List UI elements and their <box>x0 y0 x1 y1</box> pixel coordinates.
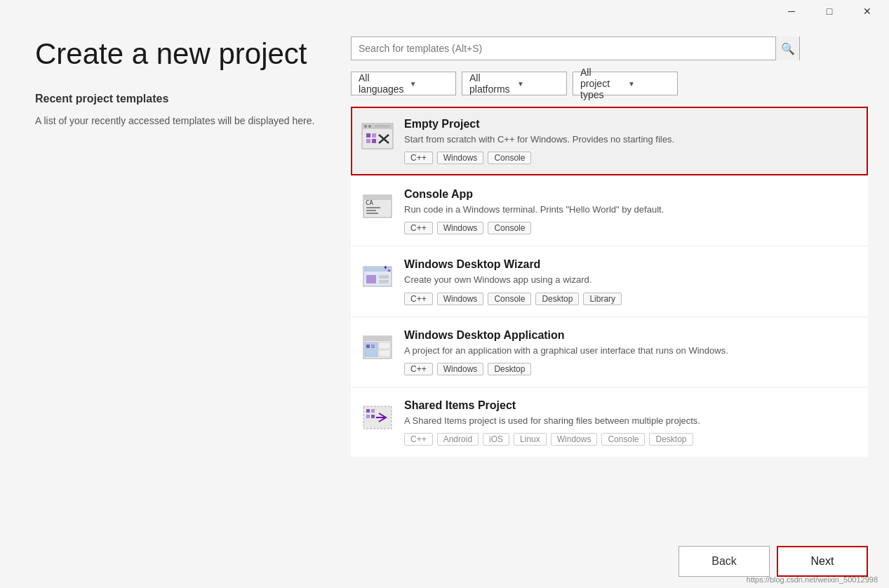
type-dropdown-arrow: ▼ <box>628 80 670 88</box>
tag-cpp: C++ <box>404 433 433 446</box>
template-console-app[interactable]: CA Console App Run code in a Windows ter… <box>351 177 868 246</box>
search-button[interactable]: 🔍 <box>775 36 799 60</box>
svg-rect-20 <box>379 275 389 279</box>
tag-cpp: C++ <box>404 152 433 164</box>
template-empty-project[interactable]: Empty Project Start from scratch with C+… <box>351 107 868 175</box>
console-app-tags: C++ Windows Console <box>404 222 858 234</box>
svg-rect-35 <box>371 415 375 418</box>
svg-rect-25 <box>363 336 392 341</box>
search-row: 🔍 <box>351 36 868 60</box>
shared-items-desc: A Shared Items project is used for shari… <box>404 415 858 427</box>
title-bar: ─ □ ✕ <box>0 0 889 22</box>
filter-row: All languages ▼ All platforms ▼ All proj… <box>351 72 868 95</box>
template-shared-items[interactable]: Shared Items Project A Shared Items proj… <box>351 388 868 457</box>
svg-rect-28 <box>379 350 390 356</box>
shared-items-tags: C++ Android iOS Linux Windows Console De… <box>404 433 858 446</box>
tag-windows: Windows <box>551 433 598 446</box>
template-windows-desktop-wizard[interactable]: ✦ ✦ Windows Desktop Wizard Create your o… <box>351 247 868 316</box>
windows-desktop-wizard-icon: ✦ ✦ <box>361 260 394 293</box>
console-app-name: Console App <box>404 188 858 201</box>
empty-project-icon <box>361 119 394 153</box>
svg-rect-27 <box>379 342 390 349</box>
page-title: Create a new project <box>35 36 316 72</box>
tag-windows: Windows <box>437 222 484 234</box>
tag-android: Android <box>437 433 479 446</box>
windows-desktop-app-name: Windows Desktop Application <box>404 329 858 342</box>
template-windows-desktop-app[interactable]: Windows Desktop Application A project fo… <box>351 318 868 387</box>
next-button[interactable]: Next <box>777 546 868 577</box>
shared-items-info: Shared Items Project A Shared Items proj… <box>404 399 858 446</box>
windows-desktop-app-info: Windows Desktop Application A project fo… <box>404 329 858 375</box>
svg-text:✦: ✦ <box>387 269 391 273</box>
svg-rect-21 <box>379 280 389 283</box>
empty-project-desc: Start from scratch with C++ for Windows.… <box>404 133 858 146</box>
tag-desktop: Desktop <box>535 293 579 305</box>
main-content: Create a new project Recent project temp… <box>0 22 889 535</box>
svg-rect-32 <box>366 409 370 413</box>
svg-rect-6 <box>372 133 376 138</box>
svg-rect-34 <box>366 415 370 418</box>
svg-rect-30 <box>371 345 375 348</box>
recent-section-title: Recent project templates <box>35 93 316 105</box>
language-dropdown-arrow: ▼ <box>410 80 448 88</box>
back-button[interactable]: Back <box>679 546 770 577</box>
maximize-button[interactable]: □ <box>813 0 845 22</box>
tag-console: Console <box>488 293 531 305</box>
search-input[interactable] <box>352 43 775 54</box>
tag-windows: Windows <box>437 152 484 164</box>
svg-rect-8 <box>372 139 376 143</box>
windows-desktop-wizard-tags: C++ Windows Console Desktop Library <box>404 293 858 305</box>
recent-description: A list of your recently accessed templat… <box>35 114 316 128</box>
svg-rect-5 <box>366 133 370 138</box>
tag-library: Library <box>583 293 622 305</box>
tag-windows: Windows <box>437 293 484 305</box>
tag-windows: Windows <box>437 363 484 375</box>
shared-items-icon <box>361 401 394 434</box>
console-app-desc: Run code in a Windows terminal. Prints "… <box>404 203 858 216</box>
tag-cpp: C++ <box>404 222 433 234</box>
templates-list: Empty Project Start from scratch with C+… <box>351 107 868 535</box>
svg-text:CA: CA <box>366 199 373 206</box>
svg-rect-19 <box>366 275 376 283</box>
svg-rect-4 <box>375 125 390 128</box>
svg-rect-33 <box>371 409 375 413</box>
svg-point-2 <box>364 125 367 128</box>
tag-console: Console <box>488 222 531 234</box>
shared-items-name: Shared Items Project <box>404 399 858 412</box>
tag-desktop: Desktop <box>649 433 693 446</box>
empty-project-info: Empty Project Start from scratch with C+… <box>404 118 858 164</box>
right-panel: 🔍 All languages ▼ All platforms ▼ All pr… <box>344 22 889 535</box>
watermark: https://blog.csdn.net/weixin_50012998 <box>747 575 878 584</box>
svg-rect-7 <box>366 139 370 143</box>
console-app-info: Console App Run code in a Windows termin… <box>404 188 858 234</box>
tag-linux: Linux <box>514 433 547 446</box>
windows-desktop-wizard-info: Windows Desktop Wizard Create your own W… <box>404 258 858 305</box>
tag-cpp: C++ <box>404 293 433 305</box>
windows-desktop-wizard-name: Windows Desktop Wizard <box>404 258 858 271</box>
windows-desktop-app-icon <box>361 330 394 364</box>
console-app-icon: CA <box>361 189 394 223</box>
tag-desktop: Desktop <box>488 363 531 375</box>
windows-desktop-app-desc: A project for an application with a grap… <box>404 345 858 357</box>
svg-rect-29 <box>366 345 370 348</box>
tag-console: Console <box>488 152 531 164</box>
language-filter[interactable]: All languages ▼ <box>351 72 456 95</box>
minimize-button[interactable]: ─ <box>775 0 808 22</box>
windows-desktop-wizard-desc: Create your own Windows app using a wiza… <box>404 274 858 286</box>
left-panel: Create a new project Recent project temp… <box>0 22 344 535</box>
tag-cpp: C++ <box>404 363 433 375</box>
platform-dropdown-arrow: ▼ <box>517 80 559 88</box>
empty-project-name: Empty Project <box>404 118 858 131</box>
tag-console: Console <box>601 433 645 446</box>
close-button[interactable]: ✕ <box>851 0 883 22</box>
tag-ios: iOS <box>483 433 509 446</box>
platform-filter[interactable]: All platforms ▼ <box>462 72 567 95</box>
empty-project-tags: C++ Windows Console <box>404 152 858 164</box>
search-box: 🔍 <box>351 36 800 60</box>
type-filter[interactable]: All project types ▼ <box>573 72 678 95</box>
svg-point-3 <box>368 125 371 128</box>
windows-desktop-app-tags: C++ Windows Desktop <box>404 363 858 375</box>
